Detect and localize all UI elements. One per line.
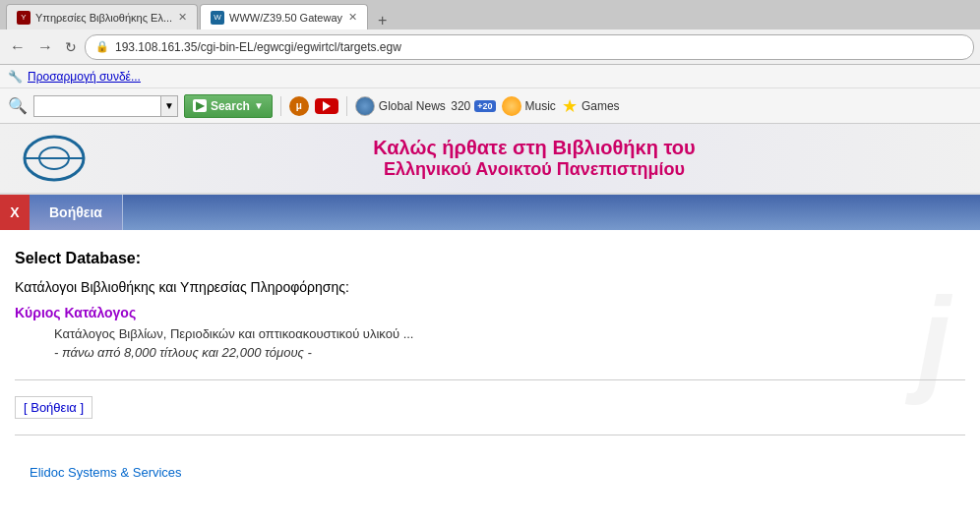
catalog-desc: Κατάλογος Βιβλίων, Περιοδικών και οπτικο…	[54, 326, 965, 341]
header-title-line1: Καλώς ήρθατε στη Βιβλιοθήκη του	[108, 137, 960, 159]
adapt-label[interactable]: Προσαρμογή συνδέ...	[28, 70, 141, 84]
games-button[interactable]: ★ Games	[562, 95, 620, 117]
global-news-number: 320	[451, 99, 470, 113]
catalog-desc-text: Κατάλογος Βιβλίων, Περιοδικών και οπτικο…	[54, 326, 414, 341]
footer-elidoc-link[interactable]: Elidoc Systems & Services	[30, 465, 182, 480]
divider-2	[15, 435, 965, 435]
search-label: Search	[211, 99, 250, 113]
yt-play-triangle	[323, 101, 331, 111]
music-icon	[502, 96, 521, 116]
tab-1-favicon: Υ	[17, 11, 31, 25]
header-title: Καλώς ήρθατε στη Βιβλιοθήκη του Ελληνικο…	[108, 137, 960, 180]
address-text: 193.108.161.35/cgi-bin-EL/egwcgi/egwirtc…	[115, 40, 401, 54]
nav-bar: ← → ↻ 🔒 193.108.161.35/cgi-bin-EL/egwcgi…	[0, 29, 980, 65]
global-news-label: Global News 320	[379, 99, 470, 113]
search-dropdown-arrow: ▼	[254, 100, 264, 111]
catalog-section-title: Κατάλογοι Βιβλιοθήκης και Υπηρεσίας Πληρ…	[15, 279, 965, 295]
music-button[interactable]: Music	[502, 96, 556, 116]
main-content: Select Database: Κατάλογοι Βιβλιοθήκης κ…	[0, 230, 980, 509]
tab-1-title: Υπηρεσίες Βιβλιοθήκης Ελ...	[35, 12, 172, 24]
search-icon-green: ▶	[193, 99, 207, 112]
toolbar-separator-2	[346, 96, 347, 116]
catalog-italic: - πάνω από 8,000 τίτλους και 22,000 τόμο…	[54, 345, 965, 360]
toolbar-separator-1	[280, 96, 281, 116]
select-db-title: Select Database:	[15, 250, 965, 267]
youtube-icon[interactable]	[315, 98, 338, 114]
logo-svg	[23, 135, 87, 182]
help-link[interactable]: [ Βοήθεια ]	[15, 396, 92, 419]
content-nav: X Βοήθεια	[0, 195, 980, 230]
global-news-badge: +20	[474, 100, 495, 112]
search-magnify-icon[interactable]: 🔍	[8, 96, 28, 115]
global-news-text: Global News	[379, 99, 446, 113]
nav-help-button[interactable]: Βοήθεια	[30, 195, 123, 230]
tab-bar: Υ Υπηρεσίες Βιβλιοθήκης Ελ... ✕ W WWW/Z3…	[0, 0, 980, 29]
forward-button[interactable]: →	[33, 36, 57, 58]
utorrent-icon[interactable]: μ	[289, 96, 309, 116]
search-input-box: ▼	[33, 95, 178, 117]
nav-close-button[interactable]: X	[0, 195, 30, 230]
address-bar[interactable]: 🔒 193.108.161.35/cgi-bin-EL/egwcgi/egwir…	[85, 34, 974, 60]
new-tab-button[interactable]: +	[370, 12, 395, 29]
help-section: [ Βοήθεια ]	[15, 400, 965, 415]
tab-1[interactable]: Υ Υπηρεσίες Βιβλιοθήκης Ελ... ✕	[6, 4, 198, 29]
games-label: Games	[582, 99, 620, 113]
browser-chrome: Υ Υπηρεσίες Βιβλιοθήκης Ελ... ✕ W WWW/Z3…	[0, 0, 980, 124]
toolbar: 🔍 ▼ ▶ Search ▼ μ Global News 320 +20	[0, 88, 980, 124]
library-logo	[20, 134, 89, 183]
search-dropdown-button[interactable]: ▼	[161, 95, 178, 117]
search-input[interactable]	[33, 95, 161, 117]
search-button[interactable]: ▶ Search ▼	[184, 94, 273, 118]
header-title-line2: Ελληνικού Ανοικτού Πανεπιστημίου	[108, 159, 960, 180]
main-catalog-link[interactable]: Κύριος Κατάλογος	[15, 305, 965, 320]
header-banner: Καλώς ήρθατε στη Βιβλιοθήκη του Ελληνικο…	[0, 124, 980, 195]
music-label: Music	[525, 99, 556, 113]
back-button[interactable]: ←	[6, 36, 30, 58]
global-news-icon	[355, 96, 375, 116]
adapt-bar: 🔧 Προσαρμογή συνδέ...	[0, 65, 980, 88]
tab-2[interactable]: W WWW/Z39.50 Gateway ✕	[200, 4, 368, 29]
reload-button[interactable]: ↻	[61, 37, 81, 57]
address-lock-icon: 🔒	[95, 40, 109, 53]
adapt-icon: 🔧	[8, 70, 23, 84]
tab-2-favicon: W	[211, 11, 224, 25]
tab-2-close[interactable]: ✕	[348, 11, 357, 24]
tab-1-close[interactable]: ✕	[178, 11, 187, 24]
tab-2-title: WWW/Z39.50 Gateway	[229, 12, 342, 24]
footer: Elidoc Systems & Services	[15, 455, 965, 490]
divider-1	[15, 379, 965, 380]
star-icon: ★	[562, 95, 578, 117]
page-content: j Καλώς ήρθατε στη Βιβλιοθήκη του Ελληνι…	[0, 124, 980, 517]
global-news-button[interactable]: Global News 320 +20	[355, 96, 496, 116]
